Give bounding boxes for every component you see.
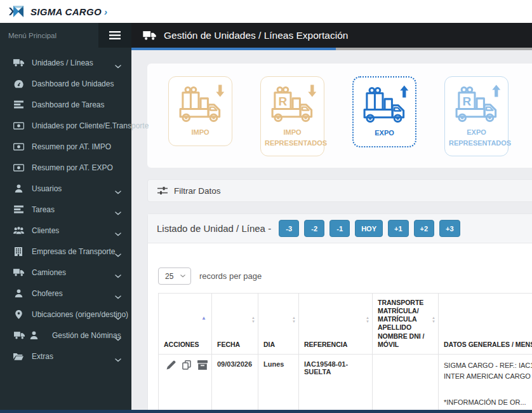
tab-strip	[131, 48, 532, 50]
sigma-cargo-logo[interactable]: SIGMA CARGO ›	[9, 5, 107, 18]
sidebar-item-choferes[interactable]: Choferes	[0, 283, 131, 304]
day-offset-button-minus1[interactable]: -1	[329, 220, 350, 237]
sidebar-item-resumen-at-impo[interactable]: Resumen por AT. IMPO	[0, 136, 131, 157]
sidebar-nav: Unidades / Líneas Dashboard de Unidades …	[0, 48, 131, 413]
sidebar-item-empresas-transporte[interactable]: Empresas de Transporte	[0, 241, 131, 262]
transporte-cell	[373, 354, 439, 413]
day-offset-button-hoy[interactable]: HOY	[355, 220, 383, 237]
datos-cell: SIGMA CARGO - REF.: IAC19548-01-SUELTA -…	[439, 354, 532, 413]
impo-representados-truck-icon: R	[269, 83, 317, 125]
sidebar-item-unidades-por-cliente[interactable]: Unidades por Cliente/E.Transporte	[0, 115, 131, 136]
sidebar-item-resumen-at-expo[interactable]: Resumen por AT. EXPO	[0, 157, 131, 178]
sidebar-item-clientes[interactable]: Clientes	[0, 220, 131, 241]
filter-panel-toggle[interactable]: Filtrar Datos	[147, 179, 532, 202]
referencia-cell: IAC19548-01-SUELTA	[299, 354, 373, 413]
chevron-down-icon	[115, 311, 121, 323]
copy-button[interactable]	[182, 360, 192, 370]
sidebar-item-ubicaciones[interactable]: Ubicaciones (origen/destino)	[0, 304, 131, 325]
column-header-fecha[interactable]: ▲▼ FECHA	[212, 294, 258, 355]
page-title: Gestión de Unidades / Líneas Exportación	[164, 30, 348, 41]
menu-principal-label: Menú Principal	[0, 32, 57, 39]
units-table: ▲ ACCIONES ▲▼ FECHA ▲▼ DIA	[158, 293, 532, 413]
listado-title: Listado de Unidad / Línea -	[157, 223, 271, 234]
card-impo[interactable]: IMPO	[168, 76, 232, 146]
chevron-down-icon	[180, 274, 185, 278]
folder-icon	[12, 353, 25, 360]
sidebar-item-dashboard-tareas[interactable]: Dashboard de Tareas	[0, 94, 131, 115]
window-bottom-edge	[0, 410, 532, 413]
sidebar-item-unidades-lineas[interactable]: Unidades / Líneas	[0, 52, 131, 73]
archive-icon	[197, 360, 208, 370]
user-icon	[12, 184, 25, 193]
day-offset-button-plus3[interactable]: +3	[439, 220, 460, 237]
sidebar-item-gestion-nominas[interactable]: Gestión de Nóminas	[0, 325, 131, 346]
day-offset-button-plus2[interactable]: +2	[414, 220, 435, 237]
money-bill-icon	[12, 143, 25, 151]
records-per-page-row: 25 records per page	[158, 267, 532, 285]
sort-asc-icon: ▲	[201, 315, 206, 322]
sidebar-item-usuarios[interactable]: Usuarios	[0, 178, 131, 199]
column-header-datos-generales[interactable]: DATOS GENERALES / MENSAJE CHOFER	[439, 294, 532, 355]
day-offset-button-minus3[interactable]: -3	[279, 220, 299, 237]
chevron-down-icon	[115, 186, 121, 197]
card-label: IMPO	[173, 127, 228, 138]
table-header-row: ▲ ACCIONES ▲▼ FECHA ▲▼ DIA	[159, 294, 532, 355]
edit-button[interactable]	[166, 360, 176, 370]
money-bill-icon	[12, 122, 25, 130]
brand-bar: SIGMA CARGO ›	[0, 0, 532, 23]
sidebar-item-extras[interactable]: Extras	[0, 346, 131, 367]
logo-mark-icon	[9, 5, 28, 18]
mode-cards-panel: IMPO R IMPO REPRESENTADOS	[147, 64, 532, 168]
sliders-icon	[157, 186, 168, 195]
main-content: IMPO R IMPO REPRESENTADOS	[131, 50, 532, 413]
edit-icon	[166, 360, 176, 370]
sidebar-header: Menú Principal	[0, 23, 131, 48]
chevron-down-icon	[115, 227, 121, 239]
card-label: EXPO	[357, 128, 411, 139]
card-label: IMPO REPRESENTADOS	[265, 127, 320, 148]
sidebar-item-dashboard-unidades[interactable]: Dashboard de Unidades	[0, 73, 131, 94]
chevron-down-icon	[115, 353, 121, 365]
actions-cell	[159, 354, 212, 413]
column-header-dia[interactable]: ▲▼ DIA	[258, 294, 299, 355]
chevron-down-icon	[115, 332, 121, 344]
money-bill-icon	[12, 164, 25, 172]
page-header: Gestión de Unidades / Líneas Exportación	[131, 23, 532, 48]
page-size-select[interactable]: 25	[158, 267, 191, 285]
listado-body: 25 records per page ▲ ACCION	[148, 243, 532, 413]
hamburger-icon	[109, 31, 121, 39]
sidebar-item-camiones[interactable]: Camiones	[0, 262, 131, 283]
svg-text:R: R	[278, 95, 287, 108]
truck-icon	[143, 30, 156, 40]
page-size-value: 25	[165, 272, 173, 281]
chevron-down-icon	[115, 248, 121, 260]
users-icon	[12, 226, 25, 234]
copy-icon	[182, 360, 192, 370]
active-tab-indicator	[131, 48, 336, 50]
listado-panel: Listado de Unidad / Línea - -3 -2 -1 HOY…	[147, 213, 532, 413]
expo-truck-up-icon	[361, 84, 409, 126]
day-offset-button-minus2[interactable]: -2	[304, 220, 324, 237]
day-offset-button-plus1[interactable]: +1	[388, 220, 409, 237]
column-header-referencia[interactable]: ▲▼ REFERENCIA	[299, 294, 373, 355]
tasks-icon	[12, 205, 25, 213]
tasks-icon	[12, 100, 25, 109]
card-expo-selected[interactable]: EXPO	[352, 76, 416, 147]
card-impo-representados[interactable]: R IMPO REPRESENTADOS	[260, 76, 324, 156]
sort-both-icon: ▲▼	[251, 316, 255, 323]
chevron-down-icon	[115, 60, 121, 71]
top-navbar: Menú Principal Gestión de Unidades / Lín…	[0, 23, 532, 48]
column-header-acciones[interactable]: ▲ ACCIONES	[159, 294, 212, 355]
sidebar-item-tareas[interactable]: Tareas	[0, 199, 131, 220]
user-icon	[12, 289, 25, 297]
impo-truck-down-icon	[176, 83, 225, 125]
archive-button[interactable]	[197, 360, 208, 370]
logo-chevron: ›	[104, 6, 107, 17]
dia-cell: Lunes	[258, 354, 299, 413]
column-header-transporte[interactable]: ▲▼ TRANSPORTE MATRÍCULA/ MATRÍCULA APELL…	[373, 294, 439, 355]
sort-both-icon: ▲▼	[432, 316, 436, 323]
sidebar-toggle-button[interactable]	[98, 23, 131, 48]
card-expo-representados[interactable]: R EXPO REPRESENTADOS	[444, 76, 509, 156]
logo-text: SIGMA CARGO	[30, 6, 102, 17]
map-marker-icon	[12, 310, 25, 319]
